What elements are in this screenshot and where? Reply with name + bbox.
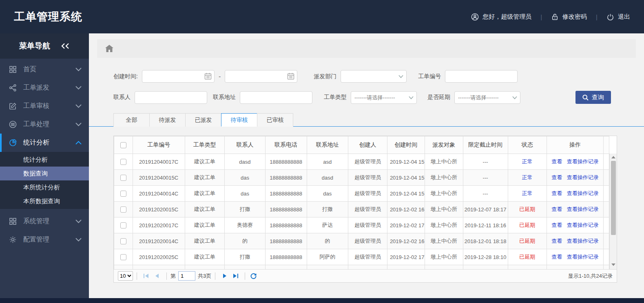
row-checkbox[interactable] — [120, 254, 126, 260]
sidebar-item-home[interactable]: 首页 — [0, 60, 89, 79]
sidebar-item-data-query[interactable]: 数据查询 — [0, 167, 89, 180]
sidebar-item-dispatch[interactable]: 工单派发 — [0, 79, 89, 97]
user-greeting[interactable]: 您好，超级管理员 — [471, 13, 531, 21]
view-log-link[interactable]: 查看操作记录 — [567, 190, 599, 196]
sidebar-item-local-data-query[interactable]: 本所数据查询 — [0, 194, 89, 208]
logout-button[interactable]: 退出 — [606, 13, 630, 21]
sidebar-item-statistics-analysis[interactable]: 统计分析 — [0, 153, 89, 167]
calendar-icon[interactable] — [204, 72, 212, 80]
tab-reviewed[interactable]: 已审核 — [257, 113, 293, 127]
table-row[interactable]: 201912040015C 建议工单 das 18888888888 dasd … — [114, 170, 609, 186]
view-link[interactable]: 查看 — [551, 238, 562, 244]
table-row[interactable]: 201912020015C 建议工单 打撒 18888888888 打撒 超级管… — [114, 202, 609, 217]
sidebar-item-local-statistics[interactable]: 本所统计分析 — [0, 180, 89, 194]
collapse-sidebar-icon[interactable] — [61, 43, 70, 49]
row-checkbox[interactable] — [120, 206, 126, 213]
contact-input[interactable] — [135, 91, 207, 104]
current-page-input[interactable] — [178, 271, 195, 281]
cell-dispatch-target: 墩上中心所 — [425, 217, 463, 233]
record-summary: 显示1-10,共24记录 — [568, 272, 613, 280]
table-row[interactable]: 201912020014C 建议工单 的 18888888888 的 超级管理员… — [114, 233, 609, 249]
tab-pending-review[interactable]: 待审核 — [221, 113, 257, 127]
delay-select[interactable]: -------请选择------- — [454, 91, 520, 104]
logout-label: 退出 — [618, 13, 630, 21]
address-input[interactable] — [240, 91, 312, 104]
sidebar-item-statistics[interactable]: 统计分析 — [0, 134, 89, 152]
view-log-link[interactable]: 查看操作记录 — [567, 222, 599, 228]
row-checkbox[interactable] — [120, 175, 126, 181]
dispatch-dept-select[interactable] — [341, 70, 407, 83]
table-row[interactable]: 201912020025C 建议工单 打撒 18888888888 阿萨的 超级… — [114, 249, 609, 265]
table-row[interactable] — [114, 265, 609, 270]
sidebar-item-review[interactable]: 工单审核 — [0, 97, 89, 115]
cell-order-type: 建议工单 — [185, 186, 225, 202]
page-size-select[interactable]: 10 — [118, 271, 133, 281]
tab-dispatched[interactable]: 已派发 — [185, 113, 221, 127]
chevron-down-icon — [75, 238, 82, 242]
cell-creator: 超级管理员 — [348, 249, 387, 265]
select-all-checkbox[interactable] — [120, 142, 126, 148]
greeting-text: 您好，超级管理员 — [482, 13, 531, 21]
cell-create-time: 2019-12-02 17 — [387, 249, 425, 265]
grid-icon — [9, 66, 17, 73]
row-checkbox[interactable] — [120, 191, 126, 197]
calendar-icon[interactable] — [287, 72, 294, 80]
cell-address: 阿萨的 — [307, 249, 348, 265]
create-time-end-input[interactable] — [225, 70, 297, 83]
table-row[interactable]: 201912040017C 建议工单 dasd 18888888888 asd … — [114, 154, 609, 170]
create-time-start-input[interactable] — [142, 70, 215, 83]
view-link[interactable]: 查看 — [551, 158, 562, 165]
home-icon[interactable] — [105, 45, 113, 52]
cell-creator: 超级管理员 — [348, 186, 387, 202]
last-page-icon[interactable] — [232, 273, 239, 279]
table-scrollbar[interactable] — [609, 154, 617, 269]
first-page-icon[interactable] — [143, 273, 149, 279]
cell-contact: das — [225, 170, 266, 186]
cell-actions: 查看 查看操作记录 — [547, 186, 604, 202]
sidebar-item-process[interactable]: 工单处理 — [0, 115, 89, 134]
share-icon — [9, 84, 17, 92]
view-log-link[interactable]: 查看操作记录 — [567, 174, 599, 180]
cell-order-no: 201912020015C — [133, 202, 185, 217]
cell-order-no — [133, 265, 185, 270]
sidebar-item-system[interactable]: 系统管理 — [0, 212, 89, 231]
scroll-down-icon[interactable] — [611, 263, 615, 266]
tab-pending-dispatch[interactable]: 待派发 — [149, 113, 186, 127]
view-link[interactable]: 查看 — [551, 174, 562, 180]
table-row[interactable]: 201912020017C 建议工单 奥德赛 18888888888 萨达 超级… — [114, 217, 609, 233]
change-password-button[interactable]: 修改密码 — [551, 13, 587, 21]
view-link[interactable]: 查看 — [551, 254, 562, 260]
order-type-select[interactable]: -------请选择------- — [351, 91, 417, 104]
scroll-up-icon[interactable] — [611, 156, 615, 158]
change-password-label: 修改密码 — [562, 13, 587, 21]
status-badge: 已延期 — [508, 233, 547, 249]
view-link[interactable]: 查看 — [551, 222, 562, 228]
scrollbar-thumb[interactable] — [611, 161, 616, 235]
pagination-bar: 10 第 共3页 — [114, 269, 617, 282]
cell-deadline: --- — [463, 154, 508, 170]
next-page-icon[interactable] — [221, 273, 228, 279]
cell-order-type: 建议工单 — [185, 170, 225, 186]
order-no-input[interactable] — [445, 70, 518, 83]
row-checkbox[interactable] — [120, 238, 126, 244]
view-log-link[interactable]: 查看操作记录 — [567, 158, 599, 165]
tab-all[interactable]: 全部 — [113, 113, 150, 127]
view-link[interactable]: 查看 — [551, 190, 562, 196]
cell-deadline: --- — [463, 186, 508, 202]
view-link[interactable]: 查看 — [551, 206, 562, 212]
cell-address: dasd — [307, 170, 348, 186]
view-log-link[interactable]: 查看操作记录 — [567, 238, 599, 244]
create-time-label: 创建时间: — [113, 73, 138, 80]
sidebar-item-config[interactable]: 配置管理 — [0, 231, 89, 249]
table-row[interactable]: 201912040014C 建议工单 das 18888888888 das 超… — [114, 186, 609, 202]
cell-create-time: 2019-12-04 15 — [387, 154, 425, 170]
search-button[interactable]: 查询 — [575, 91, 611, 104]
cell-deadline: 2018-12-01 18:18 — [463, 233, 508, 249]
view-log-link[interactable]: 查看操作记录 — [567, 254, 599, 260]
refresh-icon[interactable] — [250, 273, 257, 279]
prev-page-icon[interactable] — [154, 273, 160, 279]
filter-form: 创建时间: - — [89, 58, 644, 104]
view-log-link[interactable]: 查看操作记录 — [567, 206, 599, 212]
row-checkbox[interactable] — [120, 159, 126, 165]
row-checkbox[interactable] — [120, 222, 126, 228]
